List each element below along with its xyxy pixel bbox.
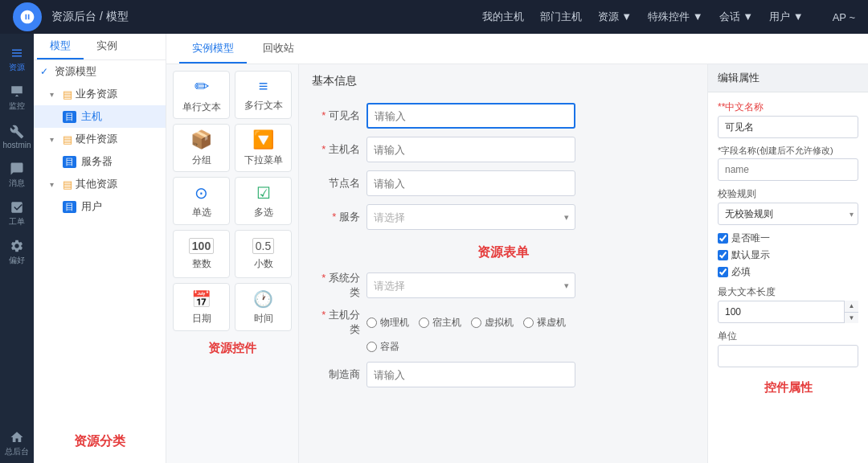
left-sidebar: 资源 监控 hostmin 消息 工单 偏好 总后台 (0, 34, 34, 463)
sidebar-item-resource[interactable]: 资源 (0, 40, 34, 79)
input-visible-name[interactable] (366, 103, 575, 129)
stepper-down[interactable]: ▼ (845, 313, 858, 324)
folder-icon: ▤ (63, 88, 72, 100)
widget-label-time: 时间 (254, 312, 273, 326)
widget-multi-text[interactable]: ≡ 多行文本 (235, 71, 292, 119)
widget-dropdown[interactable]: 🔽 下拉菜单 (235, 124, 292, 172)
radio-physical-input[interactable] (366, 318, 377, 328)
label-node-name: 节点名 (312, 176, 360, 191)
input-host-name[interactable] (366, 137, 575, 162)
prop-input-cn-name[interactable] (718, 116, 858, 138)
group-icon: 📦 (190, 129, 212, 150)
prop-select-validation[interactable]: 无校验规则 正则表达式 数字 邮箱 URL (718, 203, 858, 225)
input-manufacturer[interactable] (366, 362, 575, 387)
check-unique-input[interactable] (718, 233, 728, 244)
nav-user[interactable]: 用户 ▼ (769, 10, 803, 24)
check-unique[interactable]: 是否唯一 (718, 232, 858, 245)
widget-integer[interactable]: 100 整数 (173, 230, 230, 278)
tree-host[interactable]: 目 主机 (34, 105, 166, 128)
radio-virtual-input[interactable] (471, 318, 481, 328)
tab-instance-model[interactable]: 实例模型 (179, 35, 247, 64)
radio-container-input[interactable] (366, 342, 377, 352)
date-icon: 📅 (191, 289, 211, 309)
prop-label-validation: 校验规则 (718, 187, 858, 201)
prop-section-cn-name: *中文名称 (718, 100, 858, 145)
label-visible-name: 可见名 (312, 109, 360, 123)
tree-label-host: 主机 (81, 109, 102, 124)
input-node-name[interactable] (366, 170, 575, 196)
tree-other-resource[interactable]: ▾ ▤ 其他资源 (34, 173, 166, 195)
radio-host-input[interactable] (419, 318, 429, 328)
widget-panel: ✏ 单行文本 ≡ 多行文本 📦 分组 🔽 (166, 64, 299, 463)
form-row-service: 服务 请选择 (312, 204, 694, 230)
nav-my-host[interactable]: 我的主机 (482, 10, 524, 24)
tab-recycle[interactable]: 回收站 (250, 35, 307, 64)
select-system-category[interactable]: 请选择 (366, 272, 575, 298)
widget-label-radio: 单选 (192, 206, 211, 219)
sidebar-item-settings[interactable]: 偏好 (0, 233, 34, 272)
radio-virtual[interactable]: 虚拟机 (471, 316, 514, 330)
tree-root[interactable]: ✓ 资源模型 (34, 60, 166, 83)
widget-time[interactable]: 🕐 时间 (235, 283, 292, 331)
tree-root-label: 资源模型 (55, 64, 96, 79)
check-required[interactable]: 必填 (718, 265, 858, 279)
user-section[interactable]: AP ~ (833, 11, 855, 23)
widget-date[interactable]: 📅 日期 (173, 283, 230, 331)
widget-decimal[interactable]: 0.5 小数 (235, 230, 292, 278)
tab-instance[interactable]: 实例 (84, 34, 130, 59)
table-icon: 目 (63, 111, 76, 123)
widget-label-integer: 整数 (192, 257, 211, 271)
sidebar-item-message[interactable]: 消息 (0, 156, 34, 195)
single-text-icon: ✏ (194, 76, 209, 97)
prop-label-unit: 单位 (718, 330, 858, 343)
main-layout: 资源 监控 hostmin 消息 工单 偏好 总后台 模型 (0, 34, 868, 463)
prop-input-max-length[interactable] (718, 301, 858, 323)
radio-container[interactable]: 容器 (366, 340, 399, 354)
sidebar-item-home[interactable]: 总后台 (0, 424, 34, 463)
tree-user[interactable]: 目 用户 (34, 195, 166, 218)
nav-dept-host[interactable]: 部门主机 (540, 10, 582, 24)
widget-group[interactable]: 📦 分组 (173, 124, 230, 172)
checkbox-icon: ☑ (256, 183, 271, 203)
right-panel: 编辑属性 *中文名称 *字段名称(创建后不允许修改) 校验规则 (707, 64, 868, 463)
prop-input-unit[interactable] (718, 345, 858, 367)
radio-physical[interactable]: 物理机 (366, 316, 409, 330)
stepper-up[interactable]: ▲ (845, 301, 858, 313)
label-host-name: 主机名 (312, 142, 360, 157)
tab-model[interactable]: 模型 (37, 34, 84, 59)
label-service: 服务 (312, 210, 360, 224)
select-service[interactable]: 请选择 (366, 204, 575, 230)
form-row-host-name: 主机名 (312, 137, 694, 162)
tree-business-resource[interactable]: ▾ ▤ 业务资源 (34, 83, 166, 105)
widget-single-text[interactable]: ✏ 单行文本 (173, 71, 230, 119)
sidebar-item-tool[interactable]: hostmin (0, 117, 34, 156)
tree-hardware-resource[interactable]: ▾ ▤ 硬件资源 (34, 128, 166, 150)
folder-icon3: ▤ (63, 178, 72, 191)
sidebar-item-monitor[interactable]: 监控 (0, 79, 34, 117)
widget-radio[interactable]: ⊙ 单选 (173, 177, 230, 225)
widget-label-date: 日期 (192, 312, 211, 326)
prop-input-field-name[interactable] (718, 158, 858, 181)
tree-label-business: 业务资源 (76, 87, 117, 101)
form-row-node-name: 节点名 (312, 170, 694, 196)
check-default-display-input[interactable] (718, 250, 728, 260)
radio-bare-virtual-input[interactable] (523, 318, 534, 328)
nav-resource[interactable]: 资源 ▼ (598, 10, 632, 24)
sidebar-label-task: 工单 (9, 216, 25, 227)
widget-label-multi-text: 多行文本 (244, 99, 283, 113)
label-system-category: 系统分类 (312, 271, 360, 300)
radio-bare-virtual[interactable]: 裸虚机 (523, 316, 566, 330)
integer-icon: 100 (189, 238, 214, 254)
tree-server[interactable]: 目 服务器 (34, 150, 166, 173)
check-default-display[interactable]: 默认显示 (718, 248, 858, 262)
widget-checkbox[interactable]: ☑ 多选 (235, 177, 292, 225)
sidebar-item-task[interactable]: 工单 (0, 195, 34, 233)
nav-special-control[interactable]: 特殊控件 ▼ (648, 10, 702, 24)
tree-label-hardware: 硬件资源 (76, 132, 117, 146)
nav-session[interactable]: 会话 ▼ (719, 10, 753, 24)
check-required-input[interactable] (718, 267, 728, 277)
radio-host[interactable]: 宿主机 (419, 316, 461, 330)
prop-label-max-length: 最大文本长度 (718, 285, 858, 299)
check-default-display-label: 默认显示 (731, 248, 770, 262)
model-instance-tabs: 模型 实例 (34, 34, 166, 60)
